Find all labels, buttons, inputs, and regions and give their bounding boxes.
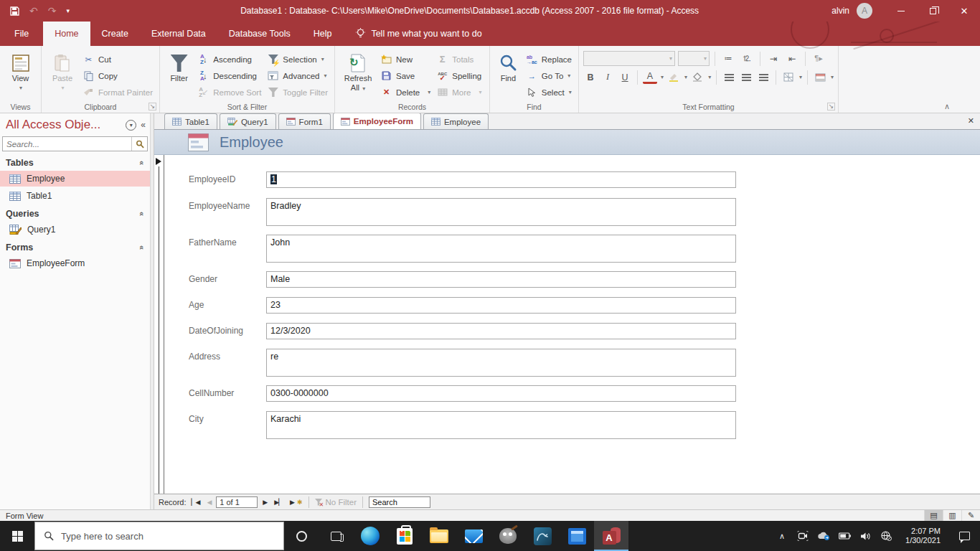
task-view-button[interactable] [319,521,353,551]
customize-qat-icon[interactable]: ▾ [66,7,70,14]
record-search-input[interactable] [369,496,430,508]
background-color-icon[interactable] [690,70,705,85]
close-document-icon[interactable]: ✕ [968,116,974,126]
align-center-icon[interactable] [739,70,753,85]
increase-indent-icon[interactable]: ⇥ [765,51,781,66]
next-record-icon[interactable]: ▶ [260,499,269,506]
avatar[interactable]: A [857,3,872,19]
descending-button[interactable]: ZA↓ Descending [195,67,263,84]
copy-button[interactable]: Copy [80,67,155,84]
decrease-indent-icon[interactable]: ⇤ [784,51,800,66]
align-right-icon[interactable] [756,70,771,85]
collapse-ribbon-icon[interactable]: ∧ [944,102,950,111]
form-view-button[interactable]: ▤ [924,510,943,521]
doc-tab-table1[interactable]: Table1 [164,113,217,129]
nav-pane-splitter[interactable] [151,113,154,509]
address-input[interactable]: re [266,349,736,377]
tab-home[interactable]: Home [43,22,90,46]
network-icon[interactable] [878,531,894,541]
format-painter-button[interactable]: Format Painter [80,84,155,100]
spelling-button[interactable]: ABC✓ Spelling [434,67,484,84]
replace-button[interactable]: ab→ac Replace [524,51,574,67]
access-taskbar-button[interactable]: A [594,521,628,551]
doc-tab-query1[interactable]: Query1 [220,113,276,129]
refresh-all-button[interactable]: ↻ Refresh All ▾ [339,50,377,101]
gimp-button[interactable] [491,521,525,551]
italic-button[interactable]: I [600,70,615,85]
find-button[interactable]: Find [494,50,522,101]
tell-me-box[interactable]: Tell me what you want to do [343,22,481,46]
font-color-button[interactable]: A [643,71,657,84]
mysql-workbench-button[interactable] [525,521,560,551]
underline-button[interactable]: U [618,70,632,85]
more-button[interactable]: More▾ [434,84,484,100]
font-size-combobox[interactable]: ▾ [678,51,710,66]
battery-icon[interactable] [837,532,852,540]
section-tables[interactable]: Tables « [0,154,150,171]
tab-database-tools[interactable]: Database Tools [217,22,302,46]
city-input[interactable]: Karachi [266,411,736,439]
select-button[interactable]: Select▾ [524,84,574,100]
fathername-input[interactable]: John [266,235,736,263]
datasheet-view-button[interactable]: ▥ [943,510,961,521]
toggle-filter-button[interactable]: Toggle Filter [265,84,330,100]
no-filter-button[interactable]: ✕ No Filter [315,498,357,507]
employeename-input[interactable]: Bradley [266,198,736,226]
gridlines-icon[interactable] [781,70,796,85]
font-name-combobox[interactable]: ▾ [583,51,675,66]
meet-now-icon[interactable] [795,531,811,541]
highlight-color-icon[interactable] [666,70,681,85]
nav-item-employee-table[interactable]: Employee [0,171,150,187]
bold-button[interactable]: B [583,70,598,85]
paste-button[interactable]: Paste ▾ [46,50,79,101]
advanced-button[interactable]: Advanced▾ [265,67,330,84]
clock[interactable]: 2:07 PM 1/30/2021 [899,527,947,545]
record-selector-bar[interactable] [154,155,164,494]
design-view-button[interactable]: ✎ [961,510,980,521]
section-forms[interactable]: Forms « [0,239,150,255]
tab-create[interactable]: Create [90,22,141,46]
align-left-icon[interactable] [722,70,736,85]
save-icon[interactable] [10,6,19,16]
nav-search-icon[interactable] [131,137,147,151]
nav-item-table1[interactable]: Table1 [0,188,150,204]
bullets-icon[interactable]: ≔ [720,51,736,66]
numbering-icon[interactable]: ⒓ [739,51,755,66]
delete-record-button[interactable]: ✕ Delete▾ [378,84,433,100]
nav-menu-icon[interactable]: ▾ [126,120,136,131]
new-blank-record-icon[interactable]: ▶ [288,499,296,506]
remove-sort-button[interactable]: AZ↙ Remove Sort [195,84,263,100]
record-position[interactable]: 1 of 1 [216,496,258,508]
totals-button[interactable]: Σ Totals [434,51,484,67]
edge-button[interactable] [353,521,387,551]
text-direction-icon[interactable]: ¶▸ [811,51,826,66]
gender-input[interactable]: Male [266,271,736,288]
cortana-button[interactable] [284,521,319,551]
nav-item-employeeform[interactable]: EmployeeForm [0,255,150,271]
microsoft-store-button[interactable] [387,521,422,551]
selection-button[interactable]: ⚡ Selection▾ [265,51,330,67]
cut-button[interactable]: ✂ Cut [80,51,155,67]
nav-search-input[interactable] [3,140,131,149]
user-name[interactable]: alvin [831,6,849,16]
restore-button[interactable] [917,0,948,22]
last-record-icon[interactable]: ▶▏ [272,499,285,506]
employeeid-input[interactable]: 1 [266,171,736,188]
view-button[interactable]: View ▾ [4,50,37,101]
volume-icon[interactable] [857,532,873,541]
undo-icon[interactable]: ↶ [29,5,38,17]
previous-record-icon[interactable]: ◀ [204,499,213,506]
onedrive-icon[interactable] [816,532,831,540]
first-record-icon[interactable]: ▏◀ [189,499,202,506]
text-formatting-dialog-launcher-icon[interactable]: ↘ [827,103,835,110]
cellnumber-input[interactable]: 0300-0000000 [266,385,736,402]
tab-external-data[interactable]: External Data [140,22,217,46]
file-explorer-button[interactable] [422,521,456,551]
shutter-bar-close-icon[interactable]: « [141,120,146,130]
tab-help[interactable]: Help [302,22,344,46]
nav-search-box[interactable] [2,136,148,151]
doc-tab-employee[interactable]: Employee [423,113,489,129]
goto-button[interactable]: → Go To▾ [524,67,574,84]
nav-item-query1[interactable]: Query1 [0,222,150,237]
alternate-row-color-icon[interactable] [813,70,827,85]
